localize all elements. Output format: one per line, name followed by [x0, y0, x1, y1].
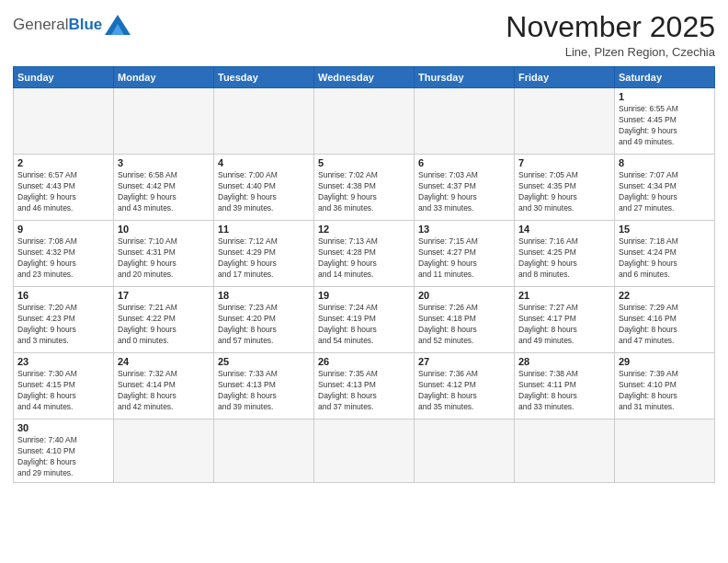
day-info: Sunrise: 7:03 AM Sunset: 4:37 PM Dayligh… — [418, 170, 510, 214]
day-info: Sunrise: 7:30 AM Sunset: 4:15 PM Dayligh… — [17, 369, 109, 413]
calendar-cell: 17Sunrise: 7:21 AM Sunset: 4:22 PM Dayli… — [114, 287, 214, 353]
day-info: Sunrise: 7:13 AM Sunset: 4:28 PM Dayligh… — [318, 236, 410, 281]
calendar-cell: 12Sunrise: 7:13 AM Sunset: 4:28 PM Dayli… — [314, 221, 415, 287]
day-number: 13 — [418, 224, 510, 235]
calendar-cell — [515, 419, 615, 483]
calendar-cell — [615, 419, 715, 483]
main-title: November 2025 — [506, 11, 715, 43]
day-info: Sunrise: 7:18 AM Sunset: 4:24 PM Dayligh… — [619, 236, 711, 281]
calendar-week-row: 30Sunrise: 7:40 AM Sunset: 4:10 PM Dayli… — [14, 419, 715, 483]
subtitle: Line, Plzen Region, Czechia — [506, 45, 715, 59]
day-info: Sunrise: 7:23 AM Sunset: 4:20 PM Dayligh… — [218, 303, 310, 347]
day-number: 12 — [318, 224, 410, 235]
calendar-cell: 13Sunrise: 7:15 AM Sunset: 4:27 PM Dayli… — [415, 221, 515, 287]
calendar-week-row: 23Sunrise: 7:30 AM Sunset: 4:15 PM Dayli… — [14, 353, 715, 419]
calendar-cell: 16Sunrise: 7:20 AM Sunset: 4:23 PM Dayli… — [14, 287, 114, 353]
day-info: Sunrise: 7:27 AM Sunset: 4:17 PM Dayligh… — [518, 303, 610, 347]
day-number: 3 — [118, 157, 210, 168]
calendar-cell: 5Sunrise: 7:02 AM Sunset: 4:38 PM Daylig… — [314, 155, 415, 221]
day-number: 22 — [619, 290, 711, 301]
calendar-cell — [515, 88, 615, 155]
day-info: Sunrise: 7:38 AM Sunset: 4:11 PM Dayligh… — [518, 369, 610, 413]
day-number: 1 — [619, 91, 711, 102]
logo: General Blue — [13, 15, 131, 35]
day-number: 19 — [318, 290, 410, 301]
day-number: 10 — [118, 224, 210, 235]
calendar-cell: 22Sunrise: 7:29 AM Sunset: 4:16 PM Dayli… — [615, 287, 715, 353]
day-info: Sunrise: 7:07 AM Sunset: 4:34 PM Dayligh… — [619, 170, 711, 214]
calendar-cell: 6Sunrise: 7:03 AM Sunset: 4:37 PM Daylig… — [415, 155, 515, 221]
day-number: 30 — [17, 422, 109, 433]
day-number: 5 — [318, 157, 410, 168]
day-info: Sunrise: 7:00 AM Sunset: 4:40 PM Dayligh… — [218, 170, 310, 214]
calendar-cell — [14, 88, 114, 155]
day-info: Sunrise: 7:36 AM Sunset: 4:12 PM Dayligh… — [418, 369, 510, 413]
day-info: Sunrise: 7:08 AM Sunset: 4:32 PM Dayligh… — [17, 236, 109, 281]
logo-icon — [105, 15, 131, 35]
day-info: Sunrise: 7:16 AM Sunset: 4:25 PM Dayligh… — [518, 236, 610, 281]
calendar-cell: 11Sunrise: 7:12 AM Sunset: 4:29 PM Dayli… — [214, 221, 314, 287]
weekday-header: Sunday — [14, 67, 114, 88]
calendar-cell: 27Sunrise: 7:36 AM Sunset: 4:12 PM Dayli… — [415, 353, 515, 419]
day-number: 4 — [218, 157, 310, 168]
title-area: November 2025 Line, Plzen Region, Czechi… — [506, 11, 715, 59]
calendar-cell: 8Sunrise: 7:07 AM Sunset: 4:34 PM Daylig… — [615, 155, 715, 221]
day-number: 14 — [518, 224, 610, 235]
calendar-cell: 2Sunrise: 6:57 AM Sunset: 4:43 PM Daylig… — [14, 155, 114, 221]
calendar-cell: 15Sunrise: 7:18 AM Sunset: 4:24 PM Dayli… — [615, 221, 715, 287]
calendar-cell — [415, 419, 515, 483]
day-info: Sunrise: 7:35 AM Sunset: 4:13 PM Dayligh… — [318, 369, 410, 413]
day-info: Sunrise: 7:33 AM Sunset: 4:13 PM Dayligh… — [218, 369, 310, 413]
day-number: 15 — [619, 224, 711, 235]
calendar-cell: 28Sunrise: 7:38 AM Sunset: 4:11 PM Dayli… — [515, 353, 615, 419]
top-section: General Blue November 2025 Line, Plzen R… — [13, 11, 715, 59]
day-number: 7 — [518, 157, 610, 168]
logo-general-text: General — [13, 16, 68, 34]
day-number: 26 — [318, 356, 410, 367]
day-number: 11 — [218, 224, 310, 235]
day-number: 29 — [619, 356, 711, 367]
day-number: 2 — [17, 157, 109, 168]
day-number: 23 — [17, 356, 109, 367]
calendar-cell: 10Sunrise: 7:10 AM Sunset: 4:31 PM Dayli… — [114, 221, 214, 287]
day-number: 28 — [518, 356, 610, 367]
day-info: Sunrise: 7:15 AM Sunset: 4:27 PM Dayligh… — [418, 236, 510, 281]
day-number: 16 — [17, 290, 109, 301]
day-info: Sunrise: 7:05 AM Sunset: 4:35 PM Dayligh… — [518, 170, 610, 214]
calendar-cell: 29Sunrise: 7:39 AM Sunset: 4:10 PM Dayli… — [615, 353, 715, 419]
calendar-cell: 23Sunrise: 7:30 AM Sunset: 4:15 PM Dayli… — [14, 353, 114, 419]
calendar-cell — [114, 88, 214, 155]
day-number: 20 — [418, 290, 510, 301]
calendar-week-row: 1Sunrise: 6:55 AM Sunset: 4:45 PM Daylig… — [14, 88, 715, 155]
calendar-cell: 9Sunrise: 7:08 AM Sunset: 4:32 PM Daylig… — [14, 221, 114, 287]
day-info: Sunrise: 7:39 AM Sunset: 4:10 PM Dayligh… — [619, 369, 711, 413]
calendar-table: SundayMondayTuesdayWednesdayThursdayFrid… — [13, 66, 715, 483]
day-number: 6 — [418, 157, 510, 168]
calendar-week-row: 9Sunrise: 7:08 AM Sunset: 4:32 PM Daylig… — [14, 221, 715, 287]
day-info: Sunrise: 6:57 AM Sunset: 4:43 PM Dayligh… — [17, 170, 109, 214]
calendar-cell: 25Sunrise: 7:33 AM Sunset: 4:13 PM Dayli… — [214, 353, 314, 419]
day-info: Sunrise: 7:02 AM Sunset: 4:38 PM Dayligh… — [318, 170, 410, 214]
day-info: Sunrise: 7:32 AM Sunset: 4:14 PM Dayligh… — [118, 369, 210, 413]
calendar-week-row: 16Sunrise: 7:20 AM Sunset: 4:23 PM Dayli… — [14, 287, 715, 353]
calendar-cell — [214, 419, 314, 483]
day-info: Sunrise: 7:21 AM Sunset: 4:22 PM Dayligh… — [118, 303, 210, 347]
day-info: Sunrise: 7:26 AM Sunset: 4:18 PM Dayligh… — [418, 303, 510, 347]
weekday-header: Friday — [515, 67, 615, 88]
page: General Blue November 2025 Line, Plzen R… — [0, 0, 728, 563]
weekday-header: Wednesday — [314, 67, 415, 88]
header-row: SundayMondayTuesdayWednesdayThursdayFrid… — [14, 67, 715, 88]
day-info: Sunrise: 7:24 AM Sunset: 4:19 PM Dayligh… — [318, 303, 410, 347]
calendar-cell: 7Sunrise: 7:05 AM Sunset: 4:35 PM Daylig… — [515, 155, 615, 221]
day-info: Sunrise: 7:12 AM Sunset: 4:29 PM Dayligh… — [218, 236, 310, 281]
day-number: 17 — [118, 290, 210, 301]
day-number: 21 — [518, 290, 610, 301]
day-info: Sunrise: 7:10 AM Sunset: 4:31 PM Dayligh… — [118, 236, 210, 281]
calendar-cell — [314, 419, 415, 483]
logo-blue-text: Blue — [68, 16, 102, 34]
day-number: 25 — [218, 356, 310, 367]
day-info: Sunrise: 7:29 AM Sunset: 4:16 PM Dayligh… — [619, 303, 711, 347]
calendar-cell: 18Sunrise: 7:23 AM Sunset: 4:20 PM Dayli… — [214, 287, 314, 353]
calendar-cell: 1Sunrise: 6:55 AM Sunset: 4:45 PM Daylig… — [615, 88, 715, 155]
day-number: 18 — [218, 290, 310, 301]
